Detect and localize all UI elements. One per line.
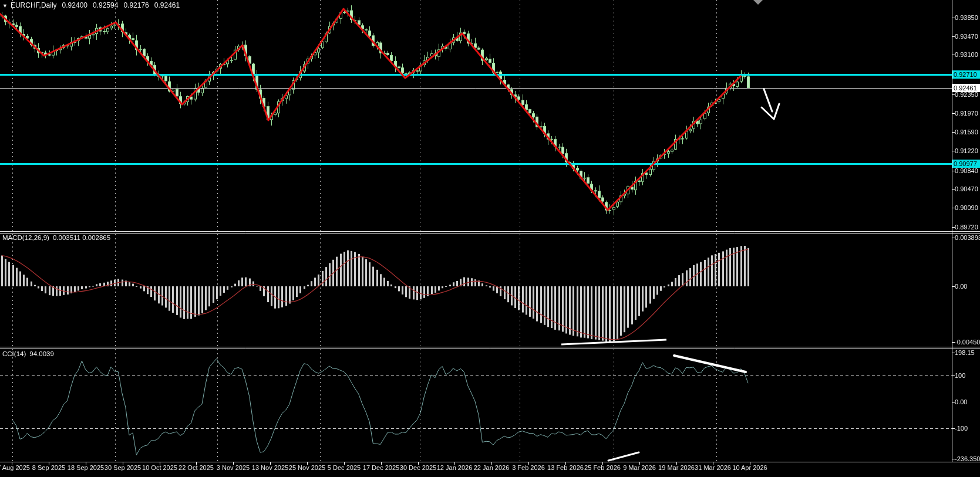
price-axis-label: 0.91590 — [955, 129, 978, 136]
macd-axis-label: 0.003893 — [955, 235, 980, 241]
cci-name: CCI(14) — [2, 350, 26, 357]
time-axis-label: 18 Sep 2025 — [68, 464, 104, 471]
time-axis-label: 10 Oct 2025 — [142, 464, 177, 471]
time-axis-label: 22 Oct 2025 — [179, 464, 214, 471]
price-axis-label: 0.89720 — [955, 224, 978, 231]
macd-axis-label: 0.00 — [955, 283, 967, 290]
time-axis-label: 9 Mar 2026 — [623, 464, 656, 471]
cci-indicator-label: CCI(14)94.0039 — [2, 350, 54, 357]
price-axis-label: 0.90840 — [955, 168, 978, 174]
cci-axis-label: 100 — [955, 373, 965, 379]
symbol-ohlc-readout: ▼EURCHF,Daily0.924000.925940.921760.9246… — [2, 1, 180, 9]
time-axis-label: 27 Aug 2025 — [0, 464, 30, 471]
price-axis-label: 0.91970 — [955, 110, 978, 117]
price-axis-label: 0.93100 — [955, 52, 978, 58]
ohlc-low: 0.92176 — [123, 1, 149, 9]
macd-name: MACD(12,26,9) — [2, 234, 49, 241]
time-axis-label: 30 Dec 2025 — [400, 464, 436, 471]
cci-axis-label: -100 — [955, 425, 968, 432]
cci-axis-label: 198.15 — [955, 350, 975, 356]
time-axis-label: 25 Nov 2025 — [289, 464, 325, 471]
macd-values: 0.003511 0.002865 — [53, 234, 110, 241]
cci-value: 94.0039 — [29, 350, 54, 357]
price-axis-label: 0.93470 — [955, 33, 978, 40]
price-axis-label: 0.93850 — [955, 15, 978, 21]
time-axis-label: 22 Jan 2026 — [474, 464, 510, 471]
price-level-badge: 0.90977 — [952, 160, 980, 168]
cci-axis-label: -236.3508 — [955, 456, 980, 462]
time-axis-label: 10 Apr 2026 — [732, 464, 767, 471]
time-axis-label: 19 Mar 2026 — [658, 464, 695, 471]
time-axis-label: 8 Sep 2025 — [32, 464, 65, 471]
symbol-dropdown-icon[interactable]: ▼ — [2, 3, 8, 9]
time-axis-label: 3 Feb 2026 — [512, 464, 545, 471]
time-axis-label: 3 Nov 2025 — [217, 464, 250, 471]
price-axis-label: 0.91220 — [955, 148, 978, 154]
price-level-badge: 0.92461 — [952, 84, 980, 92]
ohlc-high: 0.92594 — [93, 1, 118, 9]
symbol-timeframe-label: EURCHF,Daily — [11, 1, 57, 9]
price-axis-label: 0.90470 — [955, 186, 978, 192]
cci-axis-label: 0.00 — [955, 399, 967, 405]
time-axis-label: 17 Dec 2025 — [363, 464, 399, 471]
ohlc-close: 0.92461 — [154, 1, 180, 9]
time-axis-label: 25 Feb 2026 — [584, 464, 621, 471]
time-axis-label: 31 Mar 2026 — [695, 464, 731, 471]
price-level-badge: 0.92710 — [952, 70, 980, 79]
price-axis-label: 0.90090 — [955, 205, 978, 211]
time-axis-label: 12 Jan 2026 — [437, 464, 473, 471]
macd-indicator-label: MACD(12,26,9)0.003511 0.002865 — [2, 234, 110, 241]
time-axis-label: 13 Feb 2026 — [547, 464, 584, 471]
ohlc-open: 0.92400 — [62, 1, 87, 9]
price-chart-canvas[interactable] — [0, 0, 980, 477]
macd-axis-label: -0.004506 — [955, 339, 980, 346]
time-axis-label: 13 Nov 2025 — [252, 464, 288, 471]
time-axis-label: 30 Sep 2025 — [105, 464, 141, 471]
time-axis-label: 5 Dec 2025 — [328, 464, 361, 471]
chart-window: ▼EURCHF,Daily0.924000.925940.921760.9246… — [0, 0, 980, 477]
price-axis-label: 0.92350 — [955, 92, 978, 98]
